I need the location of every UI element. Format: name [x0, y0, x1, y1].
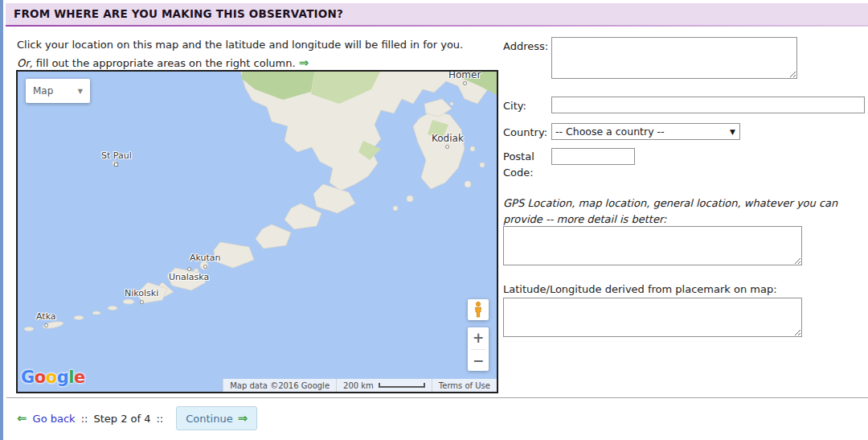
zoom-control: + −: [468, 327, 489, 371]
map-terrain: [18, 72, 497, 392]
city-label: City:: [503, 100, 526, 112]
country-select[interactable]: -- Choose a country --: [551, 123, 740, 140]
google-logo-letter: g: [57, 368, 69, 387]
map-attribution-bar: Map data ©2016 Google 200 km Terms of Us…: [223, 379, 497, 392]
city-field[interactable]: [551, 97, 865, 113]
map-label-unalaska: Unalaska: [169, 267, 209, 282]
map-type-caret-icon: ▼: [78, 88, 83, 95]
postal-code-label-line2: Code:: [503, 167, 534, 179]
pegman-icon: [473, 302, 483, 318]
google-logo: Google: [21, 368, 85, 387]
place-marker-icon: [44, 323, 48, 327]
map-label-atka: Atka: [36, 312, 56, 327]
footer-separator: ::: [156, 413, 163, 425]
map-canvas[interactable]: Map ▼ St Paul Atka Nikolski Unalaska Aku…: [18, 72, 497, 392]
page-left-accent: [0, 0, 3, 440]
country-label: Country:: [503, 126, 547, 138]
latlng-label: Latitude/Longitude derived from placemar…: [503, 283, 777, 295]
map-label-kodiak: Kodiak: [432, 134, 464, 149]
gps-location-note: GPS Location, map location, general loca…: [503, 195, 865, 228]
gps-location-field[interactable]: [503, 226, 802, 265]
map-attribution: Map data ©2016 Google: [223, 379, 336, 392]
continue-arrow-icon: ⇒: [238, 411, 248, 426]
google-logo-letter: o: [35, 368, 46, 387]
latlng-field[interactable]: [503, 298, 802, 337]
left-arrow-icon: ⇐: [17, 411, 27, 426]
google-logo-letter: l: [68, 368, 74, 387]
google-map[interactable]: Map ▼ St Paul Atka Nikolski Unalaska Aku…: [16, 70, 498, 393]
observation-location-page: FROM WHERE ARE YOU MAKING THIS OBSERVATI…: [0, 0, 868, 440]
place-marker-icon: [140, 300, 144, 304]
terms-of-use-link[interactable]: Terms of Use: [432, 379, 497, 392]
zoom-in-button[interactable]: +: [468, 327, 489, 349]
country-select-wrap: -- Choose a country -- ▼: [551, 123, 740, 140]
place-marker-icon: [463, 81, 467, 85]
postal-code-label-line1: Postal: [503, 150, 534, 162]
map-label-nikolski: Nikolski: [125, 289, 158, 304]
footer-divider: [6, 397, 868, 398]
footer-separator: ::: [81, 413, 88, 425]
google-logo-letter: G: [21, 368, 35, 387]
map-label-akutan: Akutan: [190, 253, 221, 269]
go-back-link[interactable]: Go back: [33, 413, 76, 425]
postal-code-field[interactable]: [551, 148, 635, 165]
instruction-line-2-text: fill out the appropriate areas on the ri…: [33, 57, 296, 69]
place-marker-icon: [114, 162, 118, 167]
map-label-homer: Homer: [448, 72, 481, 85]
scale-bar-icon: [379, 383, 425, 388]
map-scale: 200 km: [336, 379, 432, 392]
header-underline: [6, 25, 868, 27]
google-logo-letter: o: [46, 368, 57, 387]
place-marker-icon: [203, 265, 207, 269]
continue-button[interactable]: Continue ⇒: [176, 406, 257, 430]
pegman-street-view-button[interactable]: [468, 299, 489, 320]
instruction-line-1: Click your location on this map and the …: [17, 39, 463, 51]
page-title: FROM WHERE ARE YOU MAKING THIS OBSERVATI…: [6, 3, 868, 25]
map-type-button[interactable]: Map ▼: [26, 79, 90, 103]
or-word: Or,: [17, 57, 33, 69]
right-arrow-icon: ⇒: [299, 56, 309, 70]
map-label-st-paul: St Paul: [101, 151, 132, 167]
address-field[interactable]: [551, 37, 797, 79]
zoom-out-button[interactable]: −: [468, 350, 489, 372]
instruction-line-2: Or, fill out the appropriate areas on th…: [17, 56, 309, 70]
continue-label: Continue: [186, 413, 232, 425]
google-logo-letter: e: [74, 368, 85, 387]
footer-nav: ⇐ Go back :: Step 2 of 4 :: Continue ⇒: [17, 406, 257, 430]
address-label: Address:: [503, 40, 548, 52]
map-type-label: Map: [33, 85, 53, 97]
place-marker-icon: [445, 145, 449, 149]
step-indicator: Step 2 of 4: [93, 413, 150, 425]
